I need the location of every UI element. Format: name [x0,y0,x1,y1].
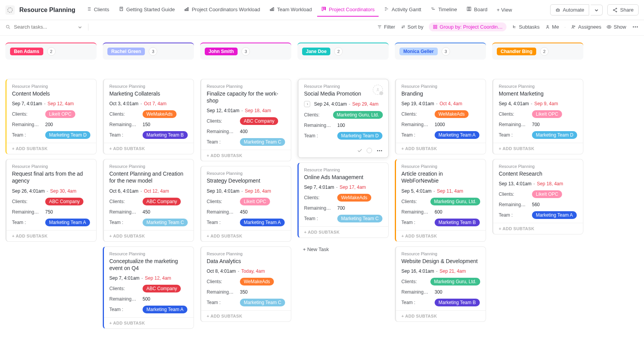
add-subtask-button[interactable]: + ADD SUBTASK [493,223,583,234]
tab-clients[interactable]: Clients [82,3,113,17]
card-project: Resource Planning [12,164,91,169]
sort-button[interactable]: Sort by [401,24,423,30]
subtasks-button[interactable]: Subtasks [512,24,539,30]
tab-board[interactable]: Board [462,3,491,17]
task-card[interactable]: Resource Planning Content Models Sep 7, … [5,79,97,154]
task-card[interactable]: Resource Planning Social Media Promotion… [297,79,389,158]
tab-label: Project Coordinators [329,7,375,12]
card-more-icon[interactable] [376,150,383,151]
column-header[interactable]: Monica Geller3 [395,43,486,60]
add-subtask-button[interactable]: + ADD SUBTASK [396,143,486,154]
team-tag[interactable]: Marketing Team D [337,132,382,140]
task-card[interactable]: Resource Planning Moment Marketing Sep 4… [492,79,583,154]
tab-icon [269,6,275,13]
team-tag[interactable]: Marketing Team C [143,219,188,226]
team-tag[interactable]: Marketing Team A [45,219,90,226]
client-tag[interactable]: ABC Company [143,285,181,292]
column-header[interactable]: John Smith3 [200,43,291,60]
add-subtask-button[interactable]: + ADD SUBTASK [104,317,194,328]
me-button[interactable]: Me [545,24,559,30]
team-tag[interactable]: Marketing Team A [143,306,187,313]
tab-project-coordinators[interactable]: Project Coordinators [317,3,379,17]
task-card[interactable]: Resource Planning Conceptualize the mark… [103,246,194,329]
team-tag[interactable]: Marketing Team C [240,138,285,146]
task-card[interactable]: Resource Planning Website Design & Devel… [395,246,486,322]
status-circle-icon[interactable] [367,148,372,153]
card-dates: Sep 13, 4:01am-Sep 18, 4am [499,181,578,186]
tab-timeline[interactable]: Timeline [427,3,461,17]
tab-activity-gantt[interactable]: Activity Gantt [380,3,425,17]
task-card[interactable]: Resource Planning Strategy Development S… [200,166,291,241]
team-tag[interactable]: Marketing Team D [45,131,90,139]
add-subtask-button[interactable]: + ADD SUBTASK [396,310,486,321]
more-options-button[interactable] [632,26,639,27]
column-header[interactable]: Jane Doe2 [297,43,389,60]
add-subtask-button[interactable]: + ADD SUBTASK [104,230,194,241]
task-card[interactable]: Resource Planning Data Analytics Oct 8, … [200,246,291,322]
client-tag[interactable]: LikeIt OPC [532,190,562,198]
add-subtask-button[interactable]: + ADD SUBTASK [201,310,291,321]
task-card[interactable]: Resource Planning Request final arts fro… [5,159,97,241]
team-tag[interactable]: Marketing Team B [435,219,480,226]
new-task-button[interactable]: + New Task [297,243,389,256]
check-icon[interactable] [357,147,363,154]
automate-dropdown-button[interactable] [591,5,603,15]
client-tag[interactable]: LikeIt OPC [240,198,270,205]
client-tag[interactable]: Marketing Guru, Ltd. [333,111,383,119]
group-by-button[interactable]: Group by: Project Coordin… [429,22,506,31]
card-dates: Sep 26, 4:01am-Sep 30, 4am [12,188,91,194]
add-view-button[interactable]: + View [493,4,516,16]
client-tag[interactable]: LikeIt OPC [532,110,562,118]
show-button[interactable]: Show [607,24,626,30]
client-tag[interactable]: Marketing Guru, Ltd. [430,278,480,285]
add-subtask-button[interactable]: + ADD SUBTASK [201,150,291,161]
team-tag[interactable]: Marketing Team C [337,215,382,222]
automate-button[interactable]: Automate [550,4,590,15]
add-subtask-button[interactable]: + ADD SUBTASK [201,230,291,241]
client-tag[interactable]: LikeIt OPC [45,110,75,118]
team-tag[interactable]: Marketing Team A [532,211,577,219]
team-tag[interactable]: Marketing Team D [532,131,577,139]
client-tag[interactable]: ABC Company [240,117,278,125]
tab-icon [119,6,124,13]
tab-getting-started-guide[interactable]: Getting Started Guide [115,3,179,17]
team-tag[interactable]: Marketing Team A [240,219,285,226]
column-header[interactable]: Ben Adams2 [5,43,97,60]
assignee-add-icon[interactable] [373,85,383,95]
client-tag[interactable]: Marketing Guru, Ltd. [430,198,480,205]
task-card[interactable]: Resource Planning Finalize capacity for … [200,79,291,161]
add-subtask-button[interactable]: + ADD SUBTASK [396,230,486,241]
share-button[interactable]: Share [607,4,639,15]
task-card[interactable]: Resource Planning Branding Sep 19, 4:01a… [395,79,486,154]
tab-team-workload[interactable]: Team Workload [265,3,316,17]
task-card[interactable]: Resource Planning Article creation in We… [395,159,486,241]
team-tag[interactable]: Marketing Team B [435,299,480,306]
tab-project-coordinators-workload[interactable]: Project Coordinators Workload [180,3,264,17]
task-card[interactable]: Resource Planning Content Planning and C… [103,159,194,241]
add-subtask-button[interactable]: + ADD SUBTASK [104,143,194,154]
add-subtask-button[interactable]: + ADD SUBTASK [7,230,96,241]
add-subtask-button[interactable]: + ADD SUBTASK [7,143,96,154]
add-subtask-button[interactable]: + ADD SUBTASK [299,226,388,238]
assignees-button[interactable]: Assignees [571,24,601,30]
client-tag[interactable]: ABC Company [143,198,181,205]
column-header[interactable]: Chandler Bing2 [492,43,583,60]
card-project: Resource Planning [499,84,578,89]
task-card[interactable]: Resource Planning Online Ads Management … [297,162,389,238]
client-tag[interactable]: WeMakeAds [435,110,469,118]
client-tag[interactable]: WeMakeAds [240,278,274,285]
task-card[interactable]: Resource Planning Content Research Sep 1… [492,159,583,234]
svg-rect-11 [467,7,469,10]
team-tag[interactable]: Marketing Team A [435,131,479,139]
team-tag[interactable]: Marketing Team B [143,131,188,139]
client-tag[interactable]: WeMakeAds [143,110,177,118]
client-tag[interactable]: ABC Company [45,198,83,205]
filter-button[interactable]: Filter [377,24,395,30]
search-input[interactable] [14,24,68,30]
add-subtask-button[interactable]: + ADD SUBTASK [493,143,583,154]
client-tag[interactable]: WeMakeAds [337,194,371,202]
team-tag[interactable]: Marketing Team C [240,299,285,306]
column-header[interactable]: Rachel Green3 [103,43,194,60]
chevron-down-icon[interactable] [77,24,83,30]
task-card[interactable]: Resource Planning Marketing Collaterals … [103,79,194,154]
